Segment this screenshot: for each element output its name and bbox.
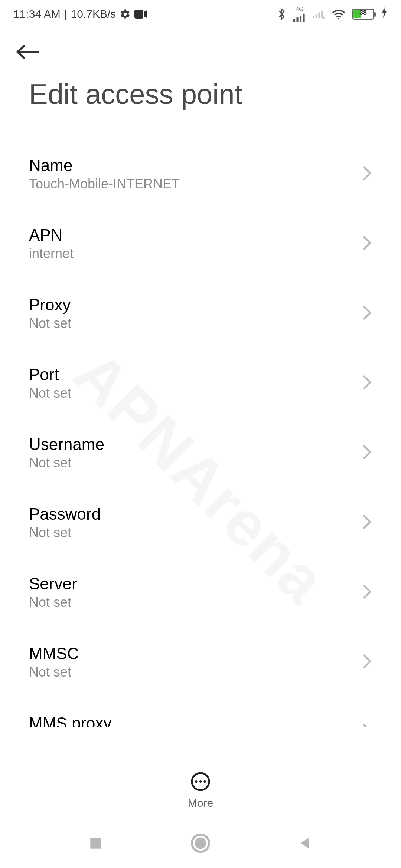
bluetooth-icon — [277, 8, 287, 20]
settings-gear-icon — [120, 9, 131, 20]
setting-item-proxy[interactable]: Proxy Not set — [29, 279, 372, 348]
more-button[interactable]: More — [0, 772, 401, 809]
setting-value: Touch-Mobile-INTERNET — [29, 176, 180, 192]
setting-item-port[interactable]: Port Not set — [29, 348, 372, 418]
svg-rect-3 — [300, 15, 301, 22]
setting-item-password[interactable]: Password Not set — [29, 488, 372, 558]
svg-rect-16 — [90, 838, 101, 848]
svg-rect-5 — [313, 16, 314, 18]
status-speed: 10.7KB/s — [71, 8, 116, 20]
chevron-right-icon — [362, 445, 372, 461]
setting-value: Not set — [29, 316, 71, 331]
chevron-right-icon — [362, 166, 372, 182]
setting-label: MMS proxy — [29, 714, 111, 727]
nav-recent-button[interactable] — [88, 835, 104, 852]
setting-label: Server — [29, 575, 77, 593]
status-left: 11:34 AM | 10.7KB/s — [13, 8, 148, 20]
svg-rect-7 — [318, 12, 320, 18]
svg-rect-6 — [316, 14, 317, 18]
setting-item-apn[interactable]: APN internet — [29, 209, 372, 279]
setting-value: Not set — [29, 525, 101, 540]
svg-rect-2 — [297, 17, 299, 22]
more-label: More — [188, 797, 213, 809]
signal-2-icon: x — [313, 10, 325, 19]
status-time: 11:34 AM — [13, 8, 61, 20]
status-right: 4G x 38 — [277, 6, 388, 22]
setting-label: Password — [29, 505, 101, 523]
svg-rect-4 — [303, 13, 305, 22]
back-arrow-icon — [15, 43, 41, 61]
setting-value: Not set — [29, 385, 71, 401]
chevron-right-icon — [362, 584, 372, 601]
network-type-label: 4G — [296, 6, 303, 12]
setting-item-mms-proxy[interactable]: MMS proxy Not set — [29, 697, 372, 727]
setting-label: Port — [29, 365, 71, 384]
chevron-right-icon — [362, 514, 372, 531]
video-camera-icon — [134, 9, 148, 19]
setting-label: APN — [29, 226, 74, 244]
setting-value: Not set — [29, 595, 77, 610]
back-button[interactable] — [15, 43, 41, 63]
svg-rect-1 — [293, 19, 295, 22]
svg-point-15 — [203, 780, 206, 783]
battery-icon: 38 — [352, 9, 374, 20]
charging-icon — [381, 7, 388, 21]
status-bar: 11:34 AM | 10.7KB/s 4G x 38 — [0, 0, 401, 28]
setting-item-username[interactable]: Username Not set — [29, 418, 372, 488]
battery-percent: 38 — [353, 9, 373, 17]
chevron-right-icon — [362, 375, 372, 391]
settings-list: Name Touch-Mobile-INTERNET APN internet … — [0, 139, 401, 727]
navigation-bar — [0, 820, 401, 868]
chevron-right-icon — [362, 236, 372, 252]
setting-item-mmsc[interactable]: MMSC Not set — [29, 627, 372, 697]
chevron-right-icon — [362, 654, 372, 670]
svg-text:x: x — [322, 14, 325, 19]
setting-value: Not set — [29, 455, 104, 471]
setting-item-server[interactable]: Server Not set — [29, 558, 372, 627]
more-dots-icon — [190, 772, 211, 793]
setting-value: Not set — [29, 664, 79, 680]
chevron-right-icon — [362, 305, 372, 322]
status-separator: | — [64, 8, 67, 20]
page-title: Edit access point — [29, 78, 242, 110]
nav-home-button[interactable] — [190, 833, 211, 855]
signal-1-icon — [293, 13, 306, 22]
setting-label: MMSC — [29, 644, 79, 663]
svg-point-13 — [195, 780, 197, 783]
setting-label: Username — [29, 435, 104, 454]
svg-point-18 — [195, 838, 206, 849]
svg-rect-0 — [134, 10, 143, 19]
setting-label: Name — [29, 156, 180, 175]
svg-marker-19 — [300, 838, 309, 848]
svg-point-14 — [199, 780, 202, 783]
svg-point-10 — [338, 17, 340, 19]
divider — [22, 819, 379, 819]
chevron-right-icon — [362, 724, 372, 727]
nav-back-button[interactable] — [297, 835, 313, 852]
setting-item-name[interactable]: Name Touch-Mobile-INTERNET — [29, 139, 372, 209]
wifi-icon — [332, 9, 345, 20]
setting-value: internet — [29, 246, 74, 262]
setting-label: Proxy — [29, 296, 71, 314]
